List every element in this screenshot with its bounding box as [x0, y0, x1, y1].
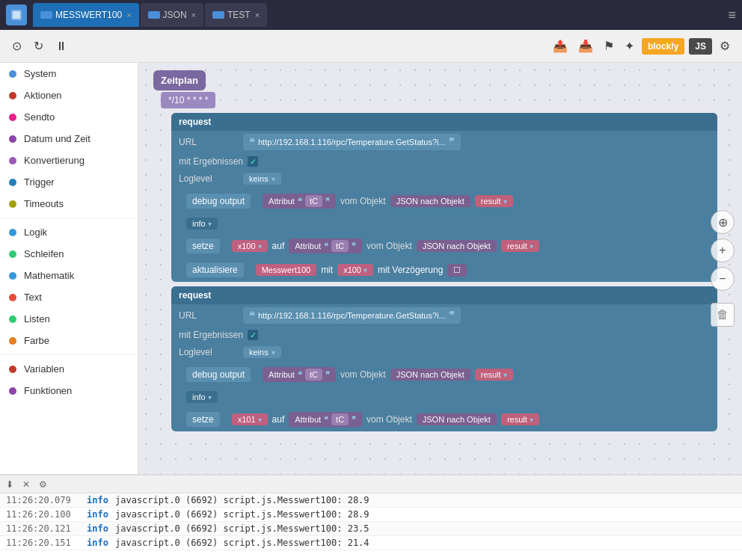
- log-level-2: info: [87, 523, 109, 534]
- log-download-button[interactable]: ⬇: [3, 478, 16, 491]
- tab-json-label: JSON: [163, 10, 187, 20]
- toolbar: ⊙ ↻ ⏸ 📤 📥 ⚑ ✦ blockly JS ⚙: [0, 30, 742, 63]
- request1-info-block[interactable]: info ▾: [186, 218, 218, 230]
- request2-setze-json-block[interactable]: JSON nach Objekt: [417, 413, 497, 425]
- request2-url-block[interactable]: ❝ http://192.168.1.116/rpc/Temperature.G…: [243, 307, 461, 324]
- sidebar-item-aktionen[interactable]: Aktionen: [0, 84, 138, 106]
- request1-checkbox[interactable]: ✓: [248, 156, 258, 167]
- zeitplan-block[interactable]: Zeitplan: [153, 70, 206, 90]
- request2-setze-vom-objekt: vom Objekt: [367, 414, 412, 425]
- request2-checkbox[interactable]: ✓: [248, 330, 258, 340]
- request1-messwert-block[interactable]: Messwert100: [256, 264, 316, 276]
- request2-json-block[interactable]: JSON nach Objekt: [390, 369, 470, 381]
- request1-tC-block[interactable]: tC: [305, 195, 322, 207]
- request2-info-block[interactable]: info ▾: [186, 391, 218, 403]
- sidebar-item-funktionen[interactable]: Funktionen: [0, 380, 138, 401]
- request2-tC-block[interactable]: tC: [305, 369, 322, 381]
- tab-messwert100-close[interactable]: ×: [126, 10, 131, 19]
- request1-verzoegerung-block[interactable]: ☐: [447, 264, 467, 277]
- timeouts-dot: [9, 200, 16, 208]
- canvas-controls: ⊕ + − 🗑: [711, 210, 735, 327]
- refresh-button[interactable]: ↻: [31, 36, 46, 56]
- hamburger-icon[interactable]: ≡: [728, 7, 736, 23]
- tab-json-close[interactable]: ×: [191, 10, 196, 19]
- canvas-zoom-in-button[interactable]: +: [711, 239, 735, 262]
- sidebar-item-system[interactable]: System: [0, 63, 138, 84]
- sidebar-item-trigger[interactable]: Trigger: [0, 171, 138, 193]
- star-button[interactable]: ✦: [622, 36, 637, 56]
- sidebar-item-konvertierung[interactable]: Konvertierung: [0, 150, 138, 171]
- request2-setze-result-block[interactable]: result ▾: [501, 413, 539, 425]
- import-button[interactable]: 📥: [575, 36, 596, 56]
- request1-setze-result-block[interactable]: result ▾: [501, 240, 539, 252]
- flag-button[interactable]: ⚑: [601, 36, 617, 56]
- request2-url-value: http://192.168.1.116/rpc/Temperature.Get…: [258, 311, 446, 320]
- req1-setze-quote-close: ❞: [352, 241, 356, 251]
- canvas-area[interactable]: Zeitplan */10 * * * * request URL: [138, 63, 742, 474]
- quote-close-2: ❞: [449, 310, 455, 321]
- export-button[interactable]: 📤: [550, 36, 571, 56]
- canvas-trash-button[interactable]: 🗑: [711, 303, 735, 327]
- settings-button[interactable]: ⚙: [717, 36, 733, 56]
- request2-debug-block[interactable]: debug output: [186, 367, 251, 382]
- pause-button[interactable]: ⏸: [52, 37, 70, 56]
- log-level-3: info: [87, 538, 109, 548]
- request2-setze-attr-block[interactable]: Attribut ❝ tC ❞: [289, 412, 362, 427]
- tab-json[interactable]: JSON ×: [141, 3, 203, 27]
- x100-dropdown-icon: ▾: [364, 266, 367, 274]
- mathematik-dot: [9, 272, 16, 280]
- request2-setze-row: setze x101 ▾ auf Attribut ❝ tC: [171, 407, 717, 431]
- listen-dot: [9, 316, 16, 323]
- request1-debug-block[interactable]: debug output: [186, 194, 251, 209]
- tab-test[interactable]: TEST ×: [205, 3, 267, 27]
- request1-var-block[interactable]: x100 ▾: [232, 240, 268, 252]
- sidebar-item-farbe[interactable]: Farbe: [0, 330, 138, 351]
- sidebar-item-system-label: System: [24, 68, 56, 79]
- sidebar-item-schleifen[interactable]: Schleifen: [0, 243, 138, 265]
- sidebar-item-sendto[interactable]: Sendto: [0, 106, 138, 128]
- log-clear-button[interactable]: ✕: [19, 478, 33, 491]
- zeitplan-section: Zeitplan */10 * * * *: [153, 70, 717, 111]
- sidebar-item-text[interactable]: Text: [0, 286, 138, 308]
- target-button[interactable]: ⊙: [9, 36, 25, 56]
- sidebar-item-mathematik[interactable]: Mathematik: [0, 265, 138, 286]
- schleifen-dot: [9, 250, 16, 258]
- log-time-0: 11:26:20.079: [6, 495, 81, 505]
- tab-test-close[interactable]: ×: [255, 10, 260, 19]
- log-settings-button[interactable]: ⚙: [36, 478, 50, 491]
- request2-result-block[interactable]: result ▾: [475, 369, 513, 381]
- canvas-crosshair-button[interactable]: ⊕: [711, 210, 735, 234]
- request1-result-block[interactable]: result ▾: [475, 195, 513, 207]
- sidebar-item-datumzeit[interactable]: Datum und Zeit: [0, 128, 138, 150]
- tab-messwert100[interactable]: MESSWERT100 ×: [33, 3, 139, 27]
- request2-attr-block[interactable]: Attribut ❝ tC ❞: [263, 367, 336, 382]
- log-msg-0: javascript.0 (6692) script.js.Messwert10…: [115, 495, 370, 505]
- request2-block[interactable]: request URL ❝ http://192.168.1.116/rpc/T…: [171, 286, 717, 431]
- sidebar-item-logik[interactable]: Logik: [0, 221, 138, 243]
- request1-loglevel-block[interactable]: keins ▾: [243, 173, 281, 185]
- request2-loglevel-block[interactable]: keins ▾: [243, 346, 281, 358]
- req1-attr-quote-open: ❝: [298, 197, 302, 206]
- request1-url-block[interactable]: ❝ http://192.168.1.116/rpc/Temperature.G…: [243, 134, 461, 150]
- request2-setze-tC-block[interactable]: tC: [331, 413, 349, 425]
- canvas-zoom-out-button[interactable]: −: [711, 267, 735, 291]
- target-icon: ⊙: [12, 39, 22, 53]
- info2-dropdown-icon: ▾: [208, 393, 212, 401]
- request1-setze-tC-block[interactable]: tC: [331, 240, 349, 252]
- request1-x100-block[interactable]: x100 ▾: [337, 264, 373, 276]
- request1-setze-json-block[interactable]: JSON nach Objekt: [417, 240, 497, 252]
- js-button[interactable]: JS: [689, 38, 712, 55]
- blockly-button[interactable]: blockly: [642, 38, 684, 55]
- request1-json-block[interactable]: JSON nach Objekt: [390, 195, 470, 207]
- cron-block[interactable]: */10 * * * *: [161, 92, 215, 108]
- toolbar-right: 📤 📥 ⚑ ✦ blockly JS ⚙: [550, 36, 733, 56]
- sidebar-item-variablen[interactable]: Variablen: [0, 358, 138, 380]
- sidebar-item-timeouts[interactable]: Timeouts: [0, 193, 138, 215]
- sidebar-item-listen[interactable]: Listen: [0, 308, 138, 330]
- request1-attr-block[interactable]: Attribut ❝ tC ❞: [263, 194, 336, 209]
- request1-vom-objekt: vom Objekt: [340, 196, 386, 206]
- request1-block[interactable]: request URL ❝ http://192.168.1.116/rpc/T…: [171, 113, 717, 282]
- request1-setze-attr-block[interactable]: Attribut ❝ tC ❞: [289, 239, 362, 253]
- request2-vom-objekt: vom Objekt: [340, 369, 386, 380]
- request2-var-block[interactable]: x101 ▾: [232, 413, 268, 425]
